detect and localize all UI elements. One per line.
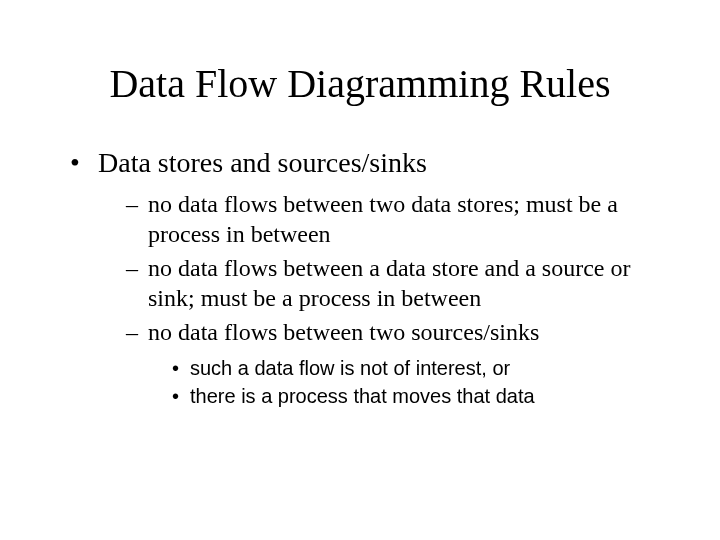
bullet-l3-text: such a data flow is not of interest, or [190,357,510,379]
list-item: Data stores and sources/sinks no data fl… [70,147,670,409]
slide: Data Flow Diagramming Rules Data stores … [0,0,720,540]
bullet-list-level1: Data stores and sources/sinks no data fl… [70,147,670,409]
list-item: such a data flow is not of interest, or [172,355,670,381]
bullet-l2-text: no data flows between two data stores; m… [148,191,618,247]
bullet-list-level2: no data flows between two data stores; m… [126,189,670,409]
list-item: no data flows between two sources/sinks … [126,317,670,409]
list-item: no data flows between two data stores; m… [126,189,670,249]
slide-title: Data Flow Diagramming Rules [50,60,670,107]
bullet-list-level3: such a data flow is not of interest, or … [172,355,670,409]
bullet-l1-text: Data stores and sources/sinks [98,147,427,178]
bullet-l2-text: no data flows between two sources/sinks [148,319,539,345]
list-item: no data flows between a data store and a… [126,253,670,313]
bullet-l2-text: no data flows between a data store and a… [148,255,630,311]
bullet-l3-text: there is a process that moves that data [190,385,535,407]
list-item: there is a process that moves that data [172,383,670,409]
